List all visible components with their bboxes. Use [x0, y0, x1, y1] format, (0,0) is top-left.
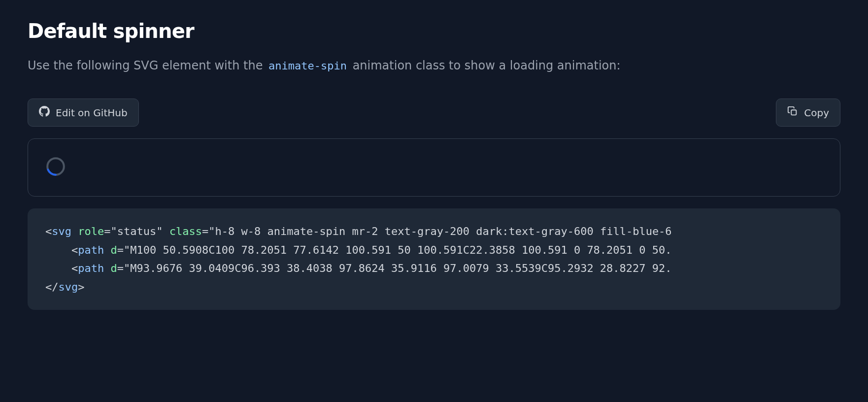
- code-line: <path d="M100 50.5908C100 78.2051 77.614…: [45, 241, 823, 259]
- section-description: Use the following SVG element with the a…: [28, 56, 840, 75]
- spinner-icon: [46, 157, 66, 176]
- code-line: </svg>: [45, 278, 823, 296]
- copy-label: Copy: [804, 107, 829, 119]
- copy-icon: [787, 106, 798, 119]
- code-line: <path d="M93.9676 39.0409C96.393 38.4038…: [45, 259, 823, 277]
- code-line: <svg role="status" class="h-8 w-8 animat…: [45, 222, 823, 240]
- preview-box: [28, 138, 840, 197]
- github-icon: [39, 106, 50, 119]
- copy-button[interactable]: Copy: [776, 99, 840, 127]
- description-text-before: Use the following SVG element with the: [28, 59, 267, 72]
- edit-on-github-label: Edit on GitHub: [56, 107, 128, 119]
- code-block: <svg role="status" class="h-8 w-8 animat…: [28, 208, 840, 310]
- edit-on-github-button[interactable]: Edit on GitHub: [28, 99, 139, 127]
- inline-code: animate-spin: [267, 60, 349, 72]
- example-toolbar: Edit on GitHub Copy: [28, 99, 840, 127]
- svg-rect-0: [792, 110, 797, 115]
- section-heading: Default spinner: [28, 20, 840, 42]
- description-text-after: animation class to show a loading animat…: [349, 59, 621, 72]
